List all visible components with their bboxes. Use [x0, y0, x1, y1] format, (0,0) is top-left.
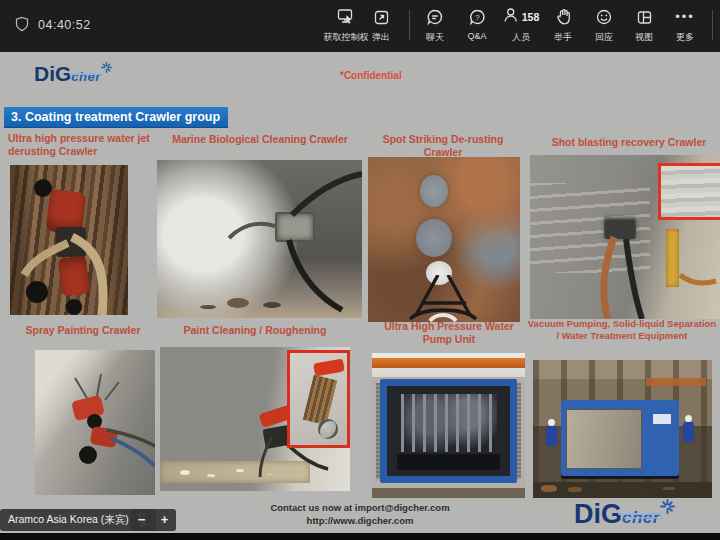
- debris: [227, 298, 249, 308]
- orange-crane-beam: [372, 358, 525, 368]
- view-button[interactable]: 视图: [635, 6, 653, 44]
- logo-streak: [624, 517, 664, 519]
- photo-uhp-water-pump-unit: [372, 353, 525, 498]
- remote-control-icon: [337, 6, 356, 28]
- raise-hand-icon: [555, 6, 572, 28]
- participants-button[interactable]: 158 人员: [503, 6, 540, 44]
- hose: [10, 165, 128, 315]
- blue-equipment-unit: [561, 400, 679, 476]
- photo-marine-cleaning-crawler: [157, 160, 362, 318]
- caption-pump-unit: Ultra High Pressure Water Pump Unit: [378, 320, 520, 346]
- machine-frame: [408, 275, 478, 322]
- logo-streak: [618, 513, 662, 515]
- engine-base: [397, 454, 500, 470]
- confidential-note: *Confidential: [340, 70, 402, 81]
- cleaned-spot: [416, 219, 452, 257]
- ship-deck: [533, 482, 712, 498]
- digcher-logo-top: DiGcher: [34, 62, 112, 86]
- logo-dig-text: DiG: [34, 62, 71, 85]
- raise-hand-label: 举手: [554, 31, 572, 44]
- deck-debris: [541, 485, 557, 492]
- toolbar-separator: [409, 10, 410, 40]
- more-button[interactable]: ••• 更多: [675, 6, 695, 44]
- photo-spot-striking-crawler: [368, 157, 520, 322]
- zoom-control-pill: − +: [130, 509, 176, 531]
- bottom-letterbox: [0, 533, 720, 540]
- get-control-label: 获取控制权: [324, 31, 369, 44]
- spark-icon: [101, 62, 112, 73]
- zoom-out-button[interactable]: −: [138, 510, 146, 530]
- steel-front-panel: [566, 409, 642, 469]
- qa-icon: ?: [468, 6, 486, 28]
- more-icon: •••: [675, 6, 695, 28]
- cleaned-spot: [420, 175, 448, 207]
- reaction-button[interactable]: 回应: [595, 6, 613, 44]
- pop-out-button[interactable]: 弹出: [372, 6, 390, 44]
- participants-count: 158: [522, 11, 540, 23]
- pop-out-label: 弹出: [372, 31, 390, 44]
- photo-waterjet-derusting-crawler: [10, 165, 128, 315]
- svg-text:?: ?: [475, 13, 480, 22]
- logo-cher-text: cher: [71, 69, 100, 84]
- inset-roller-brushes: [303, 375, 337, 425]
- photo-vacuum-separation-unit: [533, 360, 712, 498]
- meeting-timer: 04:40:52: [38, 18, 91, 32]
- spark-icon: [660, 499, 675, 514]
- caption-paint-cleaning: Paint Cleaning / Roughening: [162, 324, 348, 337]
- hoses: [157, 160, 362, 318]
- engine-machinery: [401, 394, 497, 452]
- caption-vacuum-unit: Vacuum Pumping, Solid-liquid Separation …: [526, 318, 718, 341]
- crane-beam: [646, 378, 706, 386]
- caption-spray-painting: Spray Painting Crawler: [10, 324, 156, 337]
- inset-crawler-cap: [313, 358, 345, 376]
- chat-icon: [426, 6, 444, 28]
- pop-out-icon: [373, 6, 390, 28]
- section-title-banner: 3. Coating treatment Crawler group: [4, 107, 228, 128]
- chat-label: 聊天: [426, 31, 444, 44]
- photo-shot-blasting-crawler: [530, 155, 720, 319]
- toolbar-separator-right: [712, 10, 713, 40]
- participants-label: 人员: [512, 31, 530, 44]
- raise-hand-button[interactable]: 举手: [554, 6, 572, 44]
- view-icon: [636, 6, 653, 28]
- hoses: [35, 350, 155, 495]
- presentation-slide: DiGcher *Confidential 3. Coating treatme…: [0, 52, 720, 533]
- chat-button[interactable]: 聊天: [426, 6, 444, 44]
- caption-shot-blasting: Shot blasting recovery Crawler: [540, 136, 718, 149]
- contact-email-line: Contact us now at import@digcher.com: [200, 502, 520, 515]
- photo-spray-painting-crawler: [35, 350, 155, 495]
- more-label: 更多: [676, 31, 694, 44]
- red-highlight-inset: [287, 350, 350, 448]
- digcher-logo-bottom: DiGcher: [574, 499, 675, 530]
- inset-wheel: [318, 419, 338, 439]
- view-label: 视图: [635, 31, 653, 44]
- blue-container-frame: [380, 379, 517, 483]
- caption-marine-cleaning: Marine Biological Cleaning Crawler: [155, 133, 365, 146]
- presenter-name: Aramco Asia Korea (来宾): [8, 513, 129, 527]
- meeting-toolbar: 04:40:52 获取控制权 弹出 聊天 ? Q&A: [0, 0, 720, 52]
- workshop-floor: [372, 488, 525, 498]
- qa-label: Q&A: [467, 31, 486, 41]
- worker-figure: [546, 426, 557, 446]
- photo-paint-cleaning-crawler: [160, 347, 350, 491]
- reaction-icon: [595, 6, 613, 28]
- contact-block: Contact us now at import@digcher.com htt…: [200, 502, 520, 528]
- logo-streak: [69, 73, 103, 75]
- reaction-label: 回应: [595, 31, 613, 44]
- caption-waterjet-derusting: Ultra high pressure water jet derusting …: [8, 132, 160, 158]
- meeting-screen: 04:40:52 获取控制权 弹出 聊天 ? Q&A: [0, 0, 720, 540]
- logo-dig-text: DiG: [574, 499, 622, 529]
- equipment-label: [653, 414, 671, 424]
- zoom-in-button[interactable]: +: [161, 510, 169, 530]
- worker-figure: [683, 422, 694, 442]
- logo-cher-text: cher: [622, 508, 660, 527]
- qa-button[interactable]: ? Q&A: [467, 6, 486, 41]
- caption-spot-striking: Spot Striking De-rusting Crawler: [363, 133, 523, 159]
- red-highlight-inset: [658, 163, 720, 220]
- shield-icon: [14, 16, 30, 36]
- get-control-button[interactable]: 获取控制权: [324, 6, 369, 44]
- participants-icon: [503, 6, 519, 28]
- contact-url-line: http://www.digcher.com: [200, 515, 520, 528]
